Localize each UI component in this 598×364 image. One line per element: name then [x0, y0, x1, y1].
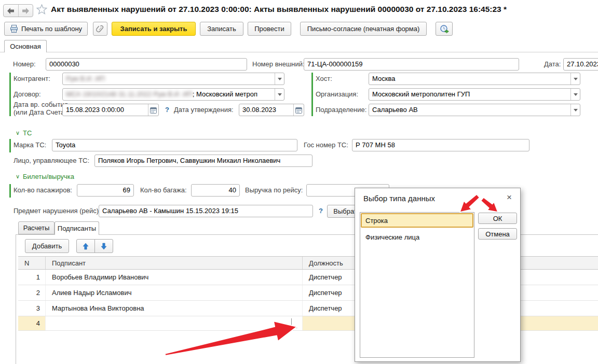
revenue-label: Выручка по рейсу: — [245, 184, 303, 197]
type-item-string-selected[interactable]: Строка — [361, 213, 473, 228]
contragent-dropdown-button[interactable] — [275, 73, 284, 85]
move-down-button[interactable] — [94, 239, 113, 253]
approve-date-field[interactable]: 30.08.2023 — [239, 104, 304, 116]
contract-label: Договор: — [13, 88, 41, 101]
host-value: Москва — [372, 75, 395, 82]
section-tickets-toggle[interactable]: ∨ Билеты/выручка — [16, 173, 74, 180]
required-marker-right — [311, 73, 313, 116]
move-up-button[interactable] — [76, 239, 95, 253]
organization-value: Московский метрополитен ГУП — [372, 90, 470, 98]
event-date-help[interactable]: ? — [164, 104, 171, 116]
print-template-label: Печать по шаблону — [21, 25, 82, 33]
approve-date-value: 30.08.2023 — [242, 106, 276, 114]
save-button[interactable]: Записать — [200, 22, 243, 36]
tab-main[interactable]: Основная — [4, 40, 47, 52]
section-tickets-title: Билеты/выручка — [23, 173, 74, 180]
calendar-icon — [295, 107, 302, 114]
dialog-close-button[interactable]: × — [504, 192, 515, 203]
driver-label: Лицо, управляющее ТС: — [13, 155, 89, 167]
move-down-icon — [101, 243, 107, 250]
type-item-individuals[interactable]: Физические лица — [360, 231, 474, 243]
cell-n: 3 — [18, 301, 46, 316]
chevron-down-icon — [278, 93, 282, 96]
tab-calculations-label: Расчеты — [23, 224, 50, 232]
section-vehicle-toggle[interactable]: ∨ ТС — [16, 129, 32, 137]
cell-n: 1 — [18, 270, 46, 285]
violation-subject-field[interactable]: Саларьево АВ - Камышин 15.15.2023 19:15 — [99, 205, 313, 217]
edit-caret — [291, 318, 292, 327]
cell-signer[interactable]: Воробьев Владимир Иванович — [46, 270, 303, 285]
tab-signers[interactable]: Подписанты — [55, 221, 99, 235]
baggage-field[interactable]: 40 — [191, 184, 240, 197]
cell-n: 2 — [18, 285, 46, 300]
cell-signer-editing[interactable]: .. — [46, 316, 303, 330]
required-marker-tickets — [9, 184, 11, 198]
organization-dropdown-button[interactable] — [570, 89, 580, 100]
driver-field[interactable]: Поляков Игорь Петрович, Саввушкин Михаил… — [94, 155, 312, 167]
chevron-down-icon: ∨ — [16, 173, 20, 180]
event-date-field[interactable]: 15.08.2023 0:00:00 — [62, 104, 159, 116]
letter-form-button[interactable]: Письмо-согласие (печатная форма) — [300, 22, 427, 36]
host-dropdown-button[interactable] — [570, 73, 580, 85]
brand-field[interactable]: Toyota — [52, 139, 297, 151]
favorite-button[interactable] — [36, 4, 47, 17]
cancel-button[interactable]: Отмена — [478, 228, 517, 240]
required-marker-vehicle — [9, 139, 11, 152]
date-label: Дата: — [544, 58, 561, 71]
letter-form-label: Письмо-согласие (печатная форма) — [307, 25, 420, 33]
add-row-button[interactable]: Добавить — [25, 239, 69, 253]
refresh-button[interactable] — [436, 22, 453, 36]
approve-date-label: Дата утверждения: — [174, 104, 234, 116]
date-field[interactable]: 27.10.2023 16:45:23 — [563, 58, 598, 71]
contract-dropdown-button[interactable] — [275, 89, 284, 100]
forward-button[interactable] — [18, 5, 33, 17]
cell-signer[interactable]: Алиев Надыр Исламович — [46, 285, 303, 300]
column-header-n[interactable]: N — [18, 257, 46, 269]
event-date-calendar-button[interactable] — [148, 104, 158, 116]
department-label: Подразделение: — [316, 104, 366, 116]
star-icon — [36, 4, 47, 15]
save-close-button[interactable]: Записать и закрыть — [112, 22, 196, 36]
ok-button[interactable]: ОК — [478, 213, 517, 224]
approve-date-calendar-button[interactable] — [293, 104, 304, 116]
tab-signers-label: Подписанты — [58, 225, 96, 232]
passengers-label: Кол-во пасажиров: — [13, 184, 72, 197]
event-date-value: 15.08.2023 0:00:00 — [66, 106, 124, 114]
number-field[interactable]: 00000030 — [46, 58, 247, 71]
save-label: Записать — [207, 25, 236, 33]
violation-subject-help[interactable]: ? — [317, 205, 324, 217]
contract-value-tail: ; Московский метроп — [193, 90, 257, 98]
print-template-button[interactable]: Печать по шаблону — [4, 22, 88, 36]
passengers-field[interactable]: 69 — [77, 184, 134, 197]
column-header-signer[interactable]: Подписант — [46, 257, 303, 269]
external-number-label: Номер внешний: — [252, 58, 305, 71]
calendar-icon — [150, 107, 157, 114]
organization-field[interactable]: Московский метрополитен ГУП — [369, 88, 580, 101]
post-button[interactable]: Провести — [248, 22, 291, 36]
post-label: Провести — [254, 25, 284, 33]
contract-value-blurred: МСА 19/10/2148 31.11.2022 Рум В.И. ИП — [66, 90, 193, 98]
cell-signer[interactable]: Мартынова Инна Викторовна — [46, 301, 303, 316]
back-button[interactable] — [4, 5, 18, 17]
dialog-title: Выбор типа данных — [363, 194, 435, 203]
organization-label: Организация: — [316, 88, 358, 101]
violation-subject-label: Предмет нарушения (рейс): — [13, 205, 101, 217]
number-label: Номер: — [13, 58, 36, 71]
attachments-button[interactable] — [93, 22, 107, 36]
contragent-field[interactable]: Рум В.И. ИП — [62, 73, 284, 85]
plate-field[interactable]: Р 707 МН 58 — [352, 139, 529, 151]
host-field[interactable]: Москва — [369, 73, 580, 85]
tab-separator-line — [0, 52, 598, 52]
back-arrow-icon — [7, 8, 15, 14]
department-value: Саларьево АВ — [372, 106, 418, 114]
cell-n: 4 — [18, 316, 46, 330]
external-number-field[interactable]: 71-ЦА-000000159 — [304, 58, 519, 71]
contract-field[interactable]: МСА 19/10/2148 31.11.2022 Рум В.И. ИП; М… — [62, 88, 284, 101]
department-field[interactable]: Саларьево АВ — [369, 104, 580, 116]
department-dropdown-button[interactable] — [570, 104, 580, 116]
tab-calculations[interactable]: Расчеты — [18, 221, 55, 234]
chevron-down-icon: ∨ — [16, 130, 20, 136]
page-title: Акт выявленных нарушений от 27.10.2023 0… — [51, 5, 507, 14]
event-date-label-line2: (или Дата Счета): — [13, 108, 69, 116]
save-close-label: Записать и закрыть — [120, 25, 187, 33]
